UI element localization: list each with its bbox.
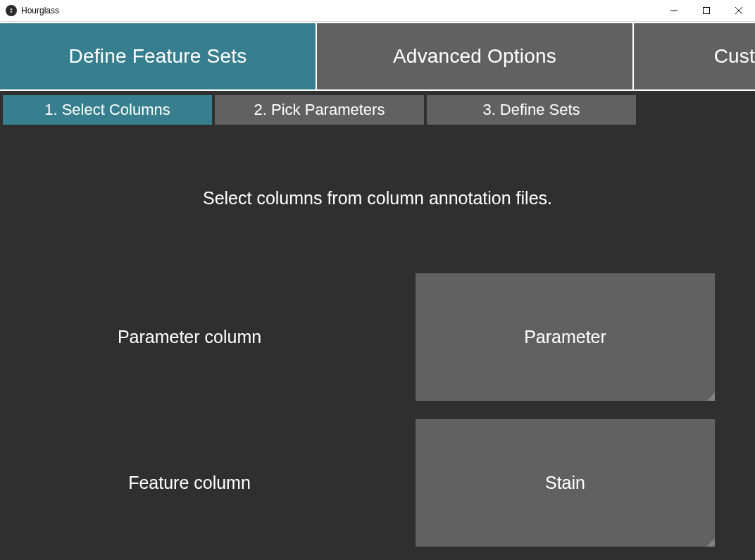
selector-feature-column[interactable]: Stain xyxy=(416,419,715,547)
window-titlebar: Hourglass xyxy=(0,0,755,22)
instruction-text: Select columns from column annotation fi… xyxy=(0,188,755,209)
content-area: Select columns from column annotation fi… xyxy=(0,125,755,547)
column-selector-rows: Parameter column Parameter Feature colum… xyxy=(0,273,755,547)
close-button[interactable] xyxy=(723,0,755,21)
subtab-label: 2. Pick Parameters xyxy=(254,101,385,119)
label-parameter-column: Parameter column xyxy=(0,327,379,347)
app-icon xyxy=(6,5,17,16)
tab-custom[interactable]: Cust xyxy=(634,23,755,89)
control-wrap: Parameter xyxy=(379,273,715,401)
svg-rect-2 xyxy=(704,8,710,14)
minimize-button[interactable] xyxy=(658,0,690,21)
subtab-define-sets[interactable]: 3. Define Sets xyxy=(427,95,636,125)
subtab-select-columns[interactable]: 1. Select Columns xyxy=(3,95,212,125)
row-parameter-column: Parameter column Parameter xyxy=(0,273,755,401)
tab-advanced-options[interactable]: Advanced Options xyxy=(317,23,634,89)
subtab-pick-parameters[interactable]: 2. Pick Parameters xyxy=(215,95,424,125)
selector-value: Stain xyxy=(545,473,585,493)
tab-label: Cust xyxy=(714,45,755,68)
window-controls xyxy=(658,0,755,21)
tab-label: Advanced Options xyxy=(393,45,556,68)
titlebar-left: Hourglass xyxy=(0,5,59,16)
row-feature-column: Feature column Stain xyxy=(0,419,755,547)
subtab-label: 1. Select Columns xyxy=(44,101,170,119)
sub-tab-bar: 1. Select Columns 2. Pick Parameters 3. … xyxy=(3,95,755,125)
selector-parameter-column[interactable]: Parameter xyxy=(416,273,715,401)
main-tab-bar: Define Feature Sets Advanced Options Cus… xyxy=(0,22,755,91)
window-title: Hourglass xyxy=(21,6,59,15)
label-feature-column: Feature column xyxy=(0,473,379,493)
maximize-button[interactable] xyxy=(690,0,723,21)
tab-define-feature-sets[interactable]: Define Feature Sets xyxy=(0,23,317,89)
tab-label: Define Feature Sets xyxy=(69,45,247,68)
selector-value: Parameter xyxy=(524,327,606,347)
control-wrap: Stain xyxy=(379,419,715,547)
app-body: Define Feature Sets Advanced Options Cus… xyxy=(0,22,755,560)
subtab-label: 3. Define Sets xyxy=(482,101,580,119)
